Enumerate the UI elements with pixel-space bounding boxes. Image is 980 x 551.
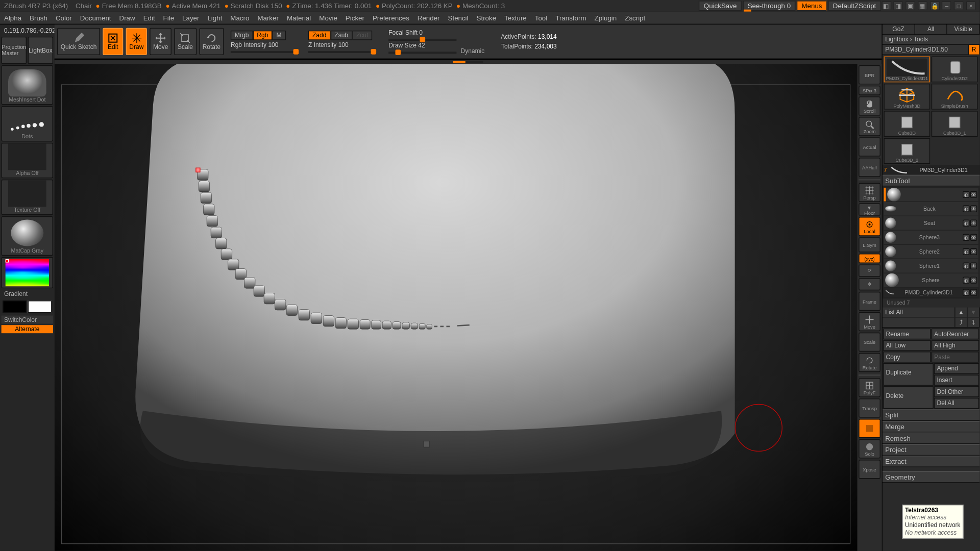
close-icon[interactable]: × <box>966 2 976 10</box>
menu-light[interactable]: Light <box>207 14 222 21</box>
center-button[interactable]: ✥ <box>859 278 880 290</box>
subtool-item[interactable]: Sphere3 ◐👁 <box>884 231 978 244</box>
ghost-button[interactable] <box>859 419 880 438</box>
subtool-item[interactable]: PM3D_Cylinder3D1 ◐👁 <box>884 288 978 297</box>
color-swatches[interactable] <box>2 299 53 314</box>
list-all-button[interactable]: List All <box>883 308 955 317</box>
texture-selector[interactable]: Texture Off <box>2 180 53 215</box>
subtool-item[interactable]: ◐👁 <box>884 188 978 202</box>
menu-texture[interactable]: Texture <box>504 14 527 21</box>
rotate-button[interactable]: Rotate <box>199 28 224 55</box>
gizmo-handle[interactable] <box>423 441 430 447</box>
draw-button[interactable]: Draw <box>126 28 147 55</box>
solo-button[interactable]: Solo <box>859 439 880 458</box>
zscript-label[interactable]: DefaultZScript <box>828 1 880 11</box>
persp-button[interactable]: Persp <box>859 183 880 202</box>
tool-item[interactable]: Cube3D_1 <box>932 111 978 137</box>
subtool-item[interactable]: Sphere2 ◐👁 <box>884 245 978 259</box>
dynamic-label[interactable]: Dynamic <box>461 47 485 54</box>
material-selector[interactable]: MatCap Gray <box>2 216 53 256</box>
del-other-button[interactable]: Del Other <box>934 386 979 397</box>
actual-button[interactable]: Actual <box>859 137 880 156</box>
gradient-label[interactable]: Gradient <box>2 290 53 298</box>
rename-button[interactable]: Rename <box>883 329 930 339</box>
menu-zscript[interactable]: Zscript <box>625 14 645 21</box>
tool-item[interactable]: PolyMesh3D <box>884 84 930 110</box>
subtool-item[interactable]: Sphere1 ◐👁 <box>884 259 978 273</box>
quicksketch-button[interactable]: Quick Sketch <box>57 28 100 55</box>
subtool-header[interactable]: SubTool <box>883 175 980 187</box>
subtool-item[interactable]: Back ◐👁 <box>884 202 978 216</box>
polyf-button[interactable]: PolyF <box>859 378 880 397</box>
maximize-icon[interactable]: □ <box>954 2 964 10</box>
tool-r-button[interactable]: R <box>969 45 979 55</box>
paste-button[interactable]: Paste <box>932 352 979 362</box>
zcut-button[interactable]: Zcut <box>352 30 372 40</box>
copy-button[interactable]: Copy <box>883 352 930 362</box>
breadcrumb[interactable]: Lightbox › Tools <box>883 35 980 45</box>
extract-section[interactable]: Extract <box>883 456 980 467</box>
menu-tool[interactable]: Tool <box>535 14 547 21</box>
subtool-up-icon[interactable]: ▲ <box>955 308 968 317</box>
layout-btn-3[interactable]: ▣ <box>905 2 915 10</box>
menu-zplugin[interactable]: Zplugin <box>595 14 617 21</box>
menu-stroke[interactable]: Stroke <box>477 14 497 21</box>
menu-macro[interactable]: Macro <box>230 14 249 21</box>
menu-render[interactable]: Render <box>418 14 440 21</box>
tool-item[interactable]: PM3D_Cylinder3D1 <box>884 57 930 83</box>
tool-item[interactable]: SimpleBrush <box>932 84 978 110</box>
menus-button[interactable]: Menus <box>797 1 827 11</box>
tool-item[interactable]: Cube3D <box>884 111 930 137</box>
menu-draw[interactable]: Draw <box>119 14 135 21</box>
layout-btn-4[interactable]: ▦ <box>918 2 927 10</box>
paint-toggle-icon[interactable]: ◐ <box>963 191 969 198</box>
xpose-button[interactable]: Xpose <box>859 460 880 479</box>
brush-selector[interactable]: MeshInsert Dot <box>2 65 53 105</box>
focal-shift-slider[interactable]: Focal Shift 0 <box>388 29 456 41</box>
rgb-button[interactable]: Rgb <box>253 30 272 40</box>
menu-document[interactable]: Document <box>80 14 111 21</box>
zoom-button[interactable]: Zoom <box>859 117 880 136</box>
goz-button[interactable]: GoZ <box>883 24 915 34</box>
quicksave-button[interactable]: QuickSave <box>699 1 742 11</box>
menu-brush[interactable]: Brush <box>30 14 47 21</box>
local-button[interactable]: Local <box>859 217 880 236</box>
transp-button[interactable]: Transp <box>859 398 880 417</box>
menu-movie[interactable]: Movie <box>319 14 337 21</box>
zadd-button[interactable]: Zadd <box>308 30 330 40</box>
subtool-reorder-up-icon[interactable]: ⤴ <box>955 318 968 328</box>
lsym-button[interactable]: L.Sym <box>859 237 880 252</box>
bpr-button[interactable]: BPR <box>859 65 880 84</box>
rgb-intensity-slider[interactable]: Rgb Intensity 100 <box>231 41 299 53</box>
nav-move-button[interactable]: Move <box>859 312 880 331</box>
scale-button[interactable]: Scale <box>174 28 196 55</box>
stroke-selector[interactable]: Dots <box>2 106 53 141</box>
menu-edit[interactable]: Edit <box>143 14 155 21</box>
tool-item[interactable]: Cube3D_2 <box>884 138 930 164</box>
menu-stencil[interactable]: Stencil <box>448 14 469 21</box>
spix-button[interactable]: SPix 3 <box>859 86 880 95</box>
rot-lock-button[interactable]: ⟳ <box>859 265 880 277</box>
goz-visible-button[interactable]: Visible <box>947 24 980 34</box>
alpha-selector[interactable]: Alpha Off <box>2 143 53 178</box>
project-section[interactable]: Project <box>883 444 980 456</box>
autoreorder-button[interactable]: AutoReorder <box>932 329 979 339</box>
subtool-item[interactable]: Seat ◐👁 <box>884 216 978 230</box>
z-intensity-slider[interactable]: Z Intensity 100 <box>308 41 376 53</box>
switchcolor-button[interactable]: SwitchColor <box>2 316 53 324</box>
subtool-down-icon[interactable]: ▼ <box>968 308 980 317</box>
zsub-button[interactable]: Zsub <box>330 30 352 40</box>
menu-picker[interactable]: Picker <box>346 14 364 21</box>
duplicate-button[interactable]: Duplicate <box>883 363 934 386</box>
vis-toggle-icon[interactable]: 👁 <box>970 191 977 198</box>
menu-color[interactable]: Color <box>56 14 72 21</box>
menu-preferences[interactable]: Preferences <box>373 14 409 21</box>
menu-file[interactable]: File <box>163 14 174 21</box>
alternate-button[interactable]: Alternate <box>2 325 53 333</box>
layout-btn-1[interactable]: ◧ <box>881 2 891 10</box>
aahalf-button[interactable]: AAHalf <box>859 158 880 177</box>
merge-section[interactable]: Merge <box>883 421 980 433</box>
minimize-icon[interactable]: – <box>942 2 951 10</box>
tool-item[interactable]: Cylinder3D2 <box>932 57 978 83</box>
lightbox-button[interactable]: LightBox <box>28 37 53 64</box>
